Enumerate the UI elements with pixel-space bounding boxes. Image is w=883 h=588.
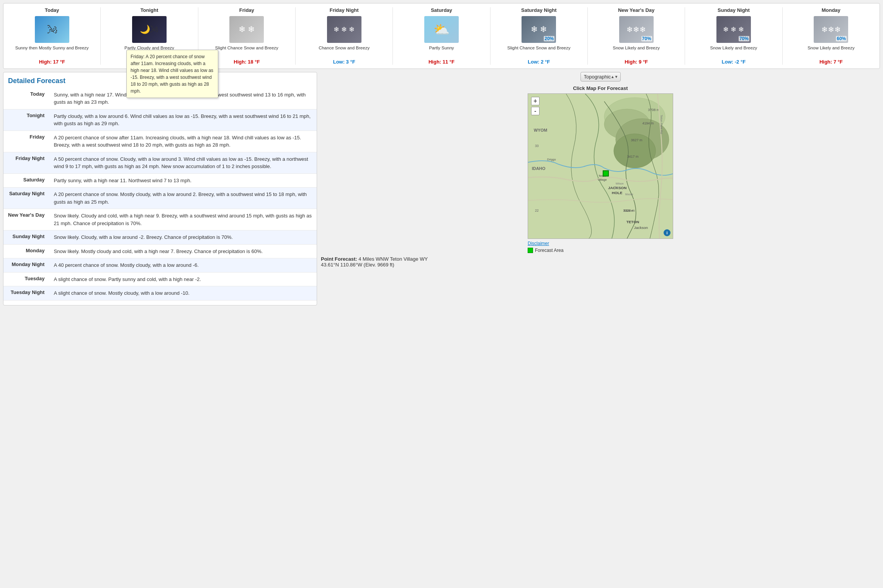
svg-text:HOLE: HOLE: [612, 191, 623, 195]
forecast-period-label: Saturday Night: [3, 188, 49, 209]
forecast-table-row: Saturday NightA 20 percent chance of sno…: [3, 188, 317, 209]
precip-badge-new-years-day: 70%: [641, 36, 652, 41]
svg-text:3627 m: 3627 m: [631, 138, 643, 142]
forecast-period-label: Friday Night: [3, 152, 49, 173]
forecast-period-label: Monday Night: [3, 258, 49, 273]
forecast-period-text: A 20 percent chance of snow. Mostly clou…: [49, 188, 317, 209]
detailed-forecast-panel: Detailed Forecast TodaySunny, with a hig…: [3, 72, 317, 305]
forecast-period-text: A 20 percent chance of snow after 11am. …: [49, 131, 317, 152]
forecast-day-sunday-night[interactable]: Sunday Night70%Snow Likely and BreezyLow…: [685, 7, 782, 65]
weather-icon-today: [35, 16, 69, 43]
forecast-period-label: Today: [3, 88, 49, 109]
map-container[interactable]: 3708 m 4194 m 3627 m 3417 m 3328 m WYOM …: [528, 93, 673, 239]
temp-new-years-day: High: 9 °F: [589, 59, 683, 65]
map-zoom-in-button[interactable]: +: [531, 97, 540, 105]
friday-tooltip: Friday: A 20 percent chance of snow afte…: [126, 50, 218, 98]
condition-monday: Snow Likely and Breezy: [784, 45, 878, 57]
condition-friday-night: Chance Snow and Breezy: [297, 45, 391, 57]
forecast-period-text: Snow likely. Mostly cloudy and cold, wit…: [49, 244, 317, 258]
forecast-period-label: Monday: [3, 244, 49, 258]
temp-sunday-night: Low: -2 °F: [687, 59, 780, 65]
forecast-area-legend-box: [528, 248, 533, 253]
day-label-sunday-night: Sunday Night: [687, 7, 780, 14]
forecast-period-text: Snow likely. Cloudy, with a low around -…: [49, 230, 317, 245]
map-type-selector[interactable]: Topographic ▲▼: [580, 72, 621, 82]
day-label-monday: Monday: [784, 7, 878, 14]
forecast-day-monday[interactable]: Monday60%Snow Likely and BreezyHigh: 7 °…: [783, 7, 880, 65]
forecast-area-marker: [603, 170, 609, 176]
condition-saturday-night: Slight Chance Snow and Breezy: [492, 45, 586, 57]
svg-text:3708 m: 3708 m: [648, 108, 659, 112]
forecast-day-new-years-day[interactable]: New Year's Day70%Snow Likely and BreezyH…: [588, 7, 685, 65]
forecast-area-legend-label: Forecast Area: [535, 248, 564, 253]
weather-icon-friday-night: [327, 16, 361, 43]
map-zoom-out-button[interactable]: -: [531, 107, 540, 115]
svg-text:Rd: Rd: [615, 186, 618, 189]
temp-monday: High: 7 °F: [784, 59, 878, 65]
forecast-table: TodaySunny, with a high near 17. Wind ch…: [3, 88, 317, 301]
map-controls: Topographic ▲▼: [580, 72, 621, 82]
day-label-tonight: Tonight: [102, 7, 196, 14]
point-forecast-location: 4 Miles WNW Teton Village WY: [358, 256, 428, 262]
svg-text:4194 m: 4194 m: [642, 121, 654, 125]
forecast-day-friday-night[interactable]: Friday NightChance Snow and BreezyLow: 3…: [296, 7, 393, 65]
forecast-period-text: A 40 percent chance of snow. Mostly clou…: [49, 258, 317, 273]
forecast-day-today[interactable]: TodaySunny then Mostly Sunny and BreezyH…: [3, 7, 101, 65]
day-label-today: Today: [5, 7, 99, 14]
map-click-label: Click Map For Forecast: [573, 85, 628, 91]
forecast-period-label: Tuesday: [3, 272, 49, 286]
forecast-period-label: Tuesday Night: [3, 286, 49, 301]
forecast-table-row: Monday NightA 40 percent chance of snow.…: [3, 258, 317, 273]
weather-icon-monday: 60%: [814, 16, 848, 43]
svg-text:Driggs: Driggs: [547, 158, 556, 161]
forecast-table-row: New Year's DaySnow likely. Cloudy and co…: [3, 209, 317, 230]
precip-badge-monday: 60%: [836, 36, 847, 41]
map-section: Topographic ▲▼ Click Map For Forecast: [321, 72, 880, 305]
weather-icon-saturday-night: 20%: [522, 16, 556, 43]
forecast-table-row: Tuesday NightA slight chance of snow. Mo…: [3, 286, 317, 301]
point-forecast-coords: 43.61°N 110.86°W (Elev. 9669 ft): [321, 262, 394, 268]
condition-saturday: Partly Sunny: [394, 45, 488, 57]
svg-text:22: 22: [535, 209, 539, 212]
condition-sunday-night: Snow Likely and Breezy: [687, 45, 780, 57]
forecast-table-row: MondaySnow likely. Mostly cloudy and col…: [3, 244, 317, 258]
forecast-period-label: Tonight: [3, 109, 49, 131]
svg-text:Village: Village: [598, 178, 607, 181]
svg-text:Teton Park Rd: Teton Park Rd: [660, 115, 663, 134]
forecast-period-text: Partly cloudy, with a low around 6. Wind…: [49, 109, 317, 131]
forecast-day-saturday-night[interactable]: Saturday Night20%Slight Chance Snow and …: [491, 7, 588, 65]
forecast-period-label: Sunday Night: [3, 230, 49, 245]
forecast-period-label: New Year's Day: [3, 209, 49, 230]
day-label-new-years-day: New Year's Day: [589, 7, 683, 14]
map-type-select[interactable]: Topographic: [580, 72, 621, 82]
svg-text:33: 33: [535, 144, 539, 148]
weather-icon-saturday: [424, 16, 459, 43]
weather-icon-sunday-night: 70%: [716, 16, 751, 43]
forecast-table-row: Sunday NightSnow likely. Cloudy, with a …: [3, 230, 317, 245]
day-label-saturday-night: Saturday Night: [492, 7, 586, 14]
forecast-period-label: Saturday: [3, 173, 49, 188]
precip-badge-sunday-night: 70%: [739, 36, 749, 41]
forecast-period-text: Snow likely. Cloudy and cold, with a hig…: [49, 209, 317, 230]
temp-saturday-night: Low: 2 °F: [492, 59, 586, 65]
svg-text:Wilson: Wilson: [616, 182, 624, 185]
map-legend: Forecast Area: [528, 248, 673, 253]
forecast-day-saturday[interactable]: SaturdayPartly SunnyHigh: 11 °F: [393, 7, 490, 65]
weather-icon-friday: [229, 16, 264, 43]
forecast-table-row: TuesdayA slight chance of snow. Partly s…: [3, 272, 317, 286]
weather-icon-new-years-day: 70%: [619, 16, 654, 43]
condition-today: Sunny then Mostly Sunny and Breezy: [5, 45, 99, 57]
condition-new-years-day: Snow Likely and Breezy: [589, 45, 683, 57]
svg-text:WYOM: WYOM: [534, 128, 547, 132]
map-disclaimer-link[interactable]: Disclaimer: [528, 241, 549, 246]
point-forecast: Point Forecast: 4 Miles WNW Teton Villag…: [321, 256, 466, 268]
point-forecast-label: Point Forecast:: [321, 256, 357, 262]
day-label-friday-night: Friday Night: [297, 7, 391, 14]
forecast-period-text: Partly sunny, with a high near 11. North…: [49, 173, 317, 188]
day-label-friday: Friday: [200, 7, 294, 14]
day-label-saturday: Saturday: [394, 7, 488, 14]
map-info-button[interactable]: i: [664, 229, 670, 236]
svg-text:Jackson: Jackson: [634, 225, 648, 230]
svg-text:3328 m: 3328 m: [623, 209, 634, 212]
forecast-table-row: FridayA 20 percent chance of snow after …: [3, 131, 317, 152]
